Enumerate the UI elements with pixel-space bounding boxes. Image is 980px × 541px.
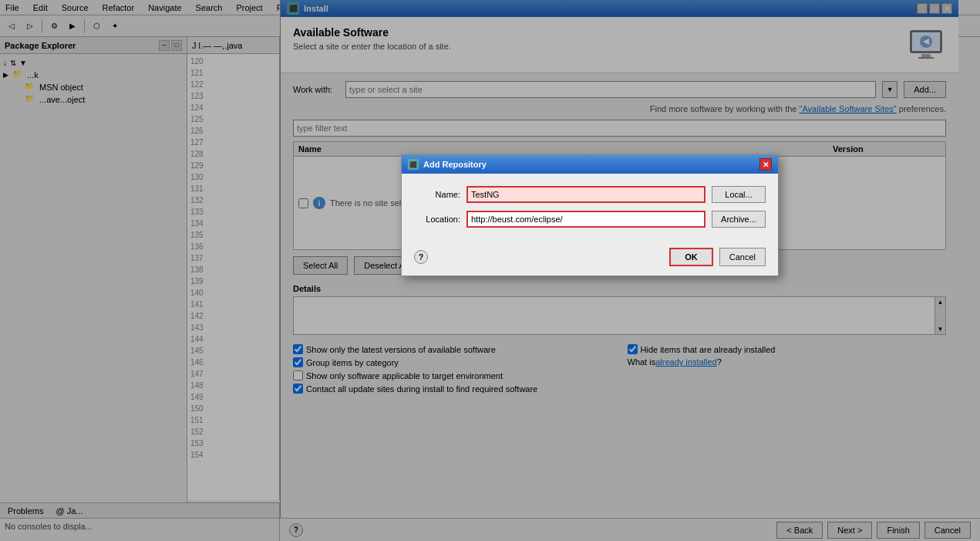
dialog-body: Name: Local... Location: Archive... [402, 174, 778, 242]
local-button[interactable]: Local... [712, 186, 766, 203]
add-repository-dialog: ⬛ Add Repository ✕ Name: Local... Locati… [401, 154, 779, 276]
location-input[interactable] [466, 211, 706, 228]
name-row: Name: Local... [414, 186, 766, 203]
dialog-title-bar: ⬛ Add Repository ✕ [402, 155, 778, 174]
dialog-footer: ? OK Cancel [402, 242, 778, 276]
dialog-help-button[interactable]: ? [414, 250, 428, 264]
dialog-title-icon: ⬛ [408, 159, 419, 170]
dialog-ok-button[interactable]: OK [669, 248, 713, 266]
dialog-close-button[interactable]: ✕ [759, 158, 772, 171]
dialog-title-label: Add Repository [423, 160, 487, 169]
name-label: Name: [414, 190, 460, 199]
location-row: Location: Archive... [414, 211, 766, 228]
location-label: Location: [414, 215, 460, 224]
archive-button[interactable]: Archive... [712, 211, 766, 228]
name-input[interactable] [466, 186, 706, 203]
dialog-cancel-button[interactable]: Cancel [719, 248, 766, 266]
dialog-overlay: ⬛ Add Repository ✕ Name: Local... Locati… [0, 0, 980, 541]
